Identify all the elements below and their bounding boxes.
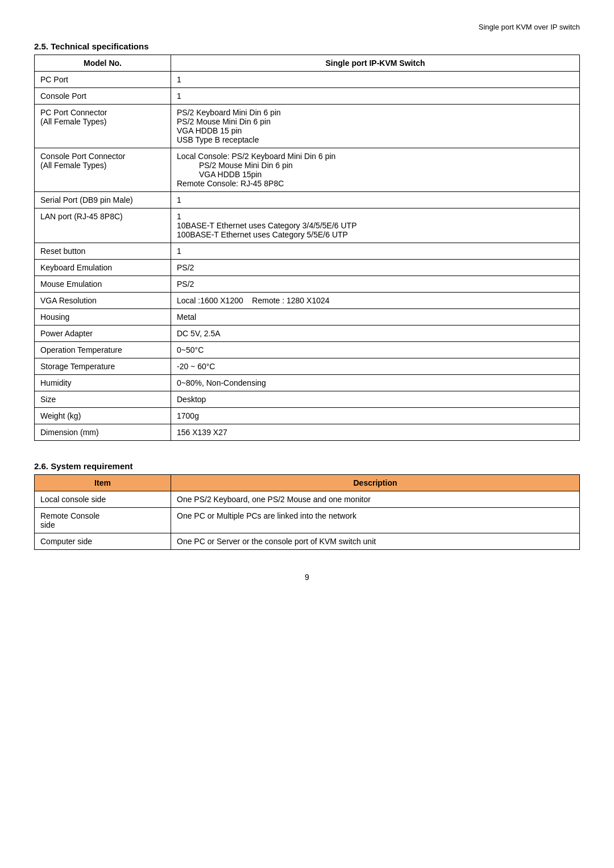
tech-row-label: Humidity — [35, 375, 171, 391]
table-row: HousingMetal — [35, 309, 580, 326]
tech-row-value: 0~50°C — [171, 342, 580, 358]
table-row: PC Port Connector (All Female Types)PS/2… — [35, 105, 580, 148]
table-row: VGA ResolutionLocal :1600 X1200 Remote :… — [35, 293, 580, 309]
table-row: Weight (kg)1700g — [35, 408, 580, 424]
tech-row-label: Console Port Connector (All Female Types… — [35, 148, 171, 192]
tech-row-value: Local :1600 X1200 Remote : 1280 X1024 — [171, 293, 580, 309]
page-number: 9 — [34, 573, 580, 582]
tech-row-value: PS/2 — [171, 260, 580, 276]
system-row-label: Local console side — [35, 491, 171, 508]
tech-row-value: -20 ~ 60°C — [171, 358, 580, 375]
tech-row-label: Size — [35, 391, 171, 408]
tech-row-label: Housing — [35, 309, 171, 326]
tech-row-label: Operation Temperature — [35, 342, 171, 358]
tech-row-label: PC Port — [35, 72, 171, 88]
table-row: LAN port (RJ-45 8P8C)1 10BASE-T Ethernet… — [35, 208, 580, 243]
table-row: Remote Console sideOne PC or Multiple PC… — [35, 508, 580, 533]
tech-row-value: 1 10BASE-T Ethernet uses Category 3/4/5/… — [171, 208, 580, 243]
tech-row-value: PS/2 — [171, 276, 580, 293]
system-req-table: Item Description Local console sideOne P… — [34, 474, 580, 550]
tech-row-label: Keyboard Emulation — [35, 260, 171, 276]
tech-row-value: 1 — [171, 243, 580, 260]
system-row-value: One PC or Server or the console port of … — [171, 533, 580, 550]
system-row-value: One PS/2 Keyboard, one PS/2 Mouse and on… — [171, 491, 580, 508]
tech-row-label: LAN port (RJ-45 8P8C) — [35, 208, 171, 243]
tech-row-value: Metal — [171, 309, 580, 326]
tech-row-label: Weight (kg) — [35, 408, 171, 424]
tech-specs-table: Model No. Single port IP-KVM Switch PC P… — [34, 55, 580, 441]
page-header: Single port KVM over IP switch — [34, 23, 580, 31]
tech-row-label: Power Adapter — [35, 326, 171, 342]
tech-row-value: Local Console: PS/2 Keyboard Mini Din 6 … — [171, 148, 580, 192]
tech-row-label: Mouse Emulation — [35, 276, 171, 293]
table-row: Console Port1 — [35, 88, 580, 105]
tech-row-label: VGA Resolution — [35, 293, 171, 309]
table-row: Power AdapterDC 5V, 2.5A — [35, 326, 580, 342]
system-row-value: One PC or Multiple PCs are linked into t… — [171, 508, 580, 533]
system-row-label: Computer side — [35, 533, 171, 550]
table-row: PC Port1 — [35, 72, 580, 88]
table-row: Serial Port (DB9 pin Male)1 — [35, 192, 580, 208]
tech-row-label: Dimension (mm) — [35, 424, 171, 441]
tech-row-label: PC Port Connector (All Female Types) — [35, 105, 171, 148]
tech-section-title: 2.5. Technical specifications — [34, 41, 580, 51]
tech-row-label: Console Port — [35, 88, 171, 105]
tech-row-value: 1 — [171, 88, 580, 105]
tech-row-label: Serial Port (DB9 pin Male) — [35, 192, 171, 208]
tech-col2-header: Single port IP-KVM Switch — [171, 55, 580, 72]
table-row: Dimension (mm)156 X139 X27 — [35, 424, 580, 441]
tech-row-value: DC 5V, 2.5A — [171, 326, 580, 342]
table-row: Local console sideOne PS/2 Keyboard, one… — [35, 491, 580, 508]
tech-row-label: Storage Temperature — [35, 358, 171, 375]
tech-row-value: 156 X139 X27 — [171, 424, 580, 441]
table-row: Operation Temperature0~50°C — [35, 342, 580, 358]
tech-row-value: 1700g — [171, 408, 580, 424]
system-section-title: 2.6. System requirement — [34, 461, 580, 471]
table-row: Computer sideOne PC or Server or the con… — [35, 533, 580, 550]
system-col2-header: Description — [171, 475, 580, 491]
tech-row-value: 0~80%, Non-Condensing — [171, 375, 580, 391]
tech-row-label: Reset button — [35, 243, 171, 260]
system-row-label: Remote Console side — [35, 508, 171, 533]
tech-row-value: PS/2 Keyboard Mini Din 6 pin PS/2 Mouse … — [171, 105, 580, 148]
tech-row-value: 1 — [171, 192, 580, 208]
tech-row-value: Desktop — [171, 391, 580, 408]
table-row: Storage Temperature-20 ~ 60°C — [35, 358, 580, 375]
table-row: Reset button1 — [35, 243, 580, 260]
table-row: Mouse EmulationPS/2 — [35, 276, 580, 293]
table-row: Humidity0~80%, Non-Condensing — [35, 375, 580, 391]
table-row: Keyboard EmulationPS/2 — [35, 260, 580, 276]
tech-row-value: 1 — [171, 72, 580, 88]
table-row: SizeDesktop — [35, 391, 580, 408]
table-row: Console Port Connector (All Female Types… — [35, 148, 580, 192]
system-col1-header: Item — [35, 475, 171, 491]
tech-col1-header: Model No. — [35, 55, 171, 72]
